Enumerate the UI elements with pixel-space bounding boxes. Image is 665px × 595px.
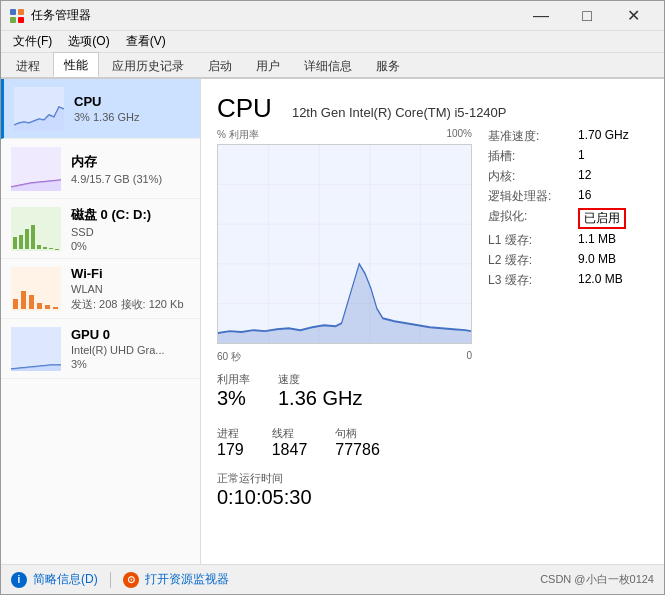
uptime-section: 正常运行时间 0:10:05:30 [217,471,648,509]
wifi-subtitle2: 发送: 208 接收: 120 Kb [71,297,190,312]
credit: CSDN @小白一枚0124 [540,572,654,587]
disk-title: 磁盘 0 (C: D:) [71,206,190,224]
memory-subtitle: 4.9/15.7 GB (31%) [71,173,190,185]
stat-thread: 线程 1847 [272,422,316,463]
process-value: 179 [217,441,244,459]
gpu-subtitle2: 3% [71,358,190,370]
utilization-value: 3% [217,387,250,410]
info-slot: 插槽: 1 [488,148,648,165]
svg-rect-21 [53,307,58,309]
slot-label: 插槽: [488,148,578,165]
memory-title: 内存 [71,153,190,171]
info-logical: 逻辑处理器: 16 [488,188,648,205]
svg-rect-11 [37,245,41,249]
tab-details[interactable]: 详细信息 [293,53,363,77]
uptime-label: 正常运行时间 [217,471,648,486]
chart-x-label-left: 60 秒 [217,350,241,364]
speed-value: 1.36 GHz [278,387,362,410]
svg-rect-13 [49,248,53,249]
gpu-title: GPU 0 [71,327,190,342]
panel-subtitle: 12th Gen Intel(R) Core(TM) i5-1240P [292,105,507,120]
wifi-subtitle1: WLAN [71,283,190,295]
disk-mini-chart [11,207,61,251]
svg-rect-2 [10,17,16,23]
close-button[interactable]: ✕ [610,1,656,31]
core-label: 内核: [488,168,578,185]
wifi-title: Wi-Fi [71,266,190,281]
sidebar-item-wifi[interactable]: Wi-Fi WLAN 发送: 208 接收: 120 Kb [1,259,200,319]
info-l2: L2 缓存: 9.0 MB [488,252,648,269]
info-virtualization: 虚拟化: 已启用 [488,208,648,229]
chart-y-label: % 利用率 [217,128,259,142]
memory-info: 内存 4.9/15.7 GB (31%) [71,153,190,185]
tab-app-history[interactable]: 应用历史记录 [101,53,195,77]
tab-services[interactable]: 服务 [365,53,411,77]
tab-performance[interactable]: 性能 [53,52,99,77]
logical-value: 16 [578,188,591,205]
svg-rect-7 [13,237,17,249]
stat-utilization: 利用率 3% [217,368,258,414]
memory-mini-chart [11,147,61,191]
menu-options[interactable]: 选项(O) [60,31,117,52]
bottom-bar: i 简略信息(D) ⊙ 打开资源监视器 CSDN @小白一枚0124 [1,564,664,594]
info-core: 内核: 12 [488,168,648,185]
main-content: CPU 3% 1.36 GHz 内存 4.9/15.7 GB (31%) [1,79,664,564]
sidebar: CPU 3% 1.36 GHz 内存 4.9/15.7 GB (31%) [1,79,201,564]
svg-rect-16 [13,299,18,309]
summary-icon: i [11,572,27,588]
utilization-label: 利用率 [217,372,250,387]
svg-rect-18 [29,295,34,309]
menu-file[interactable]: 文件(F) [5,31,60,52]
divider [110,572,111,588]
svg-rect-14 [55,249,59,250]
cpu-subtitle: 3% 1.36 GHz [74,111,190,123]
virtualization-label: 虚拟化: [488,208,578,229]
stats-row1: 利用率 3% 速度 1.36 GHz [217,368,648,414]
right-panel: CPU 12th Gen Intel(R) Core(TM) i5-1240P … [201,79,664,564]
disk-subtitle2: 0% [71,240,190,252]
menu-bar: 文件(F) 选项(O) 查看(V) [1,31,664,53]
monitor-icon: ⊙ [123,572,139,588]
l3-value: 12.0 MB [578,272,623,289]
handle-value: 77786 [335,441,380,459]
app-icon [9,8,25,24]
handle-label: 句柄 [335,426,380,441]
svg-rect-1 [18,9,24,15]
summary-link[interactable]: 简略信息(D) [33,571,98,588]
wifi-info: Wi-Fi WLAN 发送: 208 接收: 120 Kb [71,266,190,312]
base-speed-value: 1.70 GHz [578,128,629,145]
svg-rect-8 [19,235,23,249]
sidebar-item-cpu[interactable]: CPU 3% 1.36 GHz [1,79,200,139]
gpu-info: GPU 0 Intel(R) UHD Gra... 3% [71,327,190,370]
title-bar: 任务管理器 — □ ✕ [1,1,664,31]
cpu-title: CPU [74,94,190,109]
chart-top-right-label: 100% [446,128,472,142]
panel-title: CPU [217,93,272,124]
menu-view[interactable]: 查看(V) [118,31,174,52]
sidebar-item-disk[interactable]: 磁盘 0 (C: D:) SSD 0% [1,199,200,259]
process-label: 进程 [217,426,244,441]
svg-rect-3 [18,17,24,23]
base-speed-label: 基准速度: [488,128,578,145]
tab-process[interactable]: 进程 [5,53,51,77]
speed-label: 速度 [278,372,362,387]
maximize-button[interactable]: □ [564,1,610,31]
wifi-mini-chart [11,267,61,311]
svg-rect-9 [25,229,29,249]
svg-rect-6 [11,207,61,251]
cpu-info: CPU 3% 1.36 GHz [74,94,190,123]
svg-rect-12 [43,247,47,249]
minimize-button[interactable]: — [518,1,564,31]
tab-users[interactable]: 用户 [245,53,291,77]
sidebar-item-memory[interactable]: 内存 4.9/15.7 GB (31%) [1,139,200,199]
sidebar-item-gpu[interactable]: GPU 0 Intel(R) UHD Gra... 3% [1,319,200,379]
monitor-link[interactable]: 打开资源监视器 [145,571,229,588]
stat-handle: 句柄 77786 [335,422,388,463]
cpu-mini-chart [14,87,64,131]
tab-startup[interactable]: 启动 [197,53,243,77]
bottom-left: i 简略信息(D) ⊙ 打开资源监视器 [11,571,229,588]
window-title: 任务管理器 [31,7,518,24]
svg-rect-19 [37,303,42,309]
info-base-speed: 基准速度: 1.70 GHz [488,128,648,145]
cpu-chart [217,144,472,344]
